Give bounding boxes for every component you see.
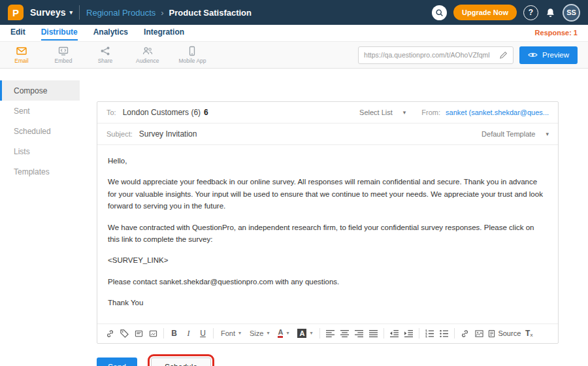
align-center-button[interactable] — [338, 327, 351, 340]
notifications-button[interactable] — [545, 7, 556, 18]
share-icon — [100, 46, 110, 56]
align-justify-button[interactable] — [367, 327, 380, 340]
survey-nav: Edit Distribute Analytics Integration Re… — [0, 25, 588, 42]
tab-distribute[interactable]: Distribute — [41, 27, 78, 41]
sidebar-item-lists[interactable]: Lists — [0, 141, 80, 161]
sidebar-item-compose[interactable]: Compose — [0, 80, 80, 101]
mobile-icon — [187, 46, 197, 56]
source-document-icon — [487, 329, 496, 338]
from-value[interactable]: sanket (sanket.shekdar@ques... — [446, 108, 549, 116]
numbered-list-button[interactable] — [423, 327, 436, 340]
outdent-icon — [390, 329, 399, 338]
topbar-divider — [79, 5, 80, 20]
bullet-list-icon — [440, 329, 448, 338]
text-color-button[interactable]: A ▾ — [274, 329, 292, 339]
pencil-icon — [499, 51, 508, 59]
survey-url-input[interactable]: https://qa.questionpro.com/t/AOhoVZfqml — [358, 46, 514, 64]
hyperlink-button[interactable] — [459, 327, 471, 340]
italic-button[interactable]: I — [182, 327, 195, 340]
indent-icon — [404, 329, 413, 338]
outdent-button[interactable] — [388, 327, 400, 340]
compose-card: To: London Customers (6) 6 Select List ▾… — [97, 101, 559, 344]
tab-analytics[interactable]: Analytics — [93, 27, 128, 39]
chevron-down-icon: ▾ — [310, 331, 312, 336]
chevron-down-icon: ▾ — [286, 331, 289, 336]
source-button[interactable]: Source — [487, 327, 521, 340]
align-center-icon — [340, 329, 349, 338]
sidebar-item-sent[interactable]: Sent — [0, 101, 80, 121]
indent-button[interactable] — [402, 327, 415, 340]
bullet-list-button[interactable] — [438, 327, 450, 340]
recipient-count-badge: 6 — [204, 108, 208, 117]
bold-button[interactable]: B — [168, 327, 180, 340]
channel-audience[interactable]: Audience — [136, 46, 159, 64]
channel-share[interactable]: Share — [94, 46, 116, 64]
insert-card-button[interactable] — [147, 327, 159, 340]
insert-link-button[interactable] — [104, 327, 116, 340]
schedule-annotation: Schedule — [148, 354, 214, 366]
chevron-down-icon: ▾ — [238, 331, 241, 336]
email-icon — [16, 46, 27, 56]
select-list-dropdown[interactable]: Select List ▾ — [359, 108, 406, 116]
breadcrumb-separator: › — [161, 8, 163, 18]
tab-integration[interactable]: Integration — [144, 27, 184, 39]
sidebar-item-templates[interactable]: Templates — [0, 161, 80, 182]
help-button[interactable]: ? — [523, 5, 538, 20]
channel-email[interactable]: Email — [10, 46, 33, 64]
tab-edit[interactable]: Edit — [10, 27, 25, 39]
toolbar-separator — [213, 328, 214, 339]
breadcrumb-current: Product Satisfaction — [169, 8, 252, 18]
subject-input[interactable]: Survey Invitation — [139, 129, 197, 139]
embed-icon — [58, 46, 69, 56]
to-value[interactable]: London Customers (6) — [123, 108, 201, 117]
from-label: From: — [421, 108, 440, 116]
subject-label: Subject: — [106, 130, 133, 138]
insert-template-button[interactable] — [133, 327, 145, 340]
size-dropdown[interactable]: Size ▾ — [246, 329, 272, 337]
top-bar: P Surveys ▾ Regional Products › Product … — [0, 0, 588, 25]
topbar-actions: Upgrade Now ? SS — [432, 4, 580, 22]
chevron-down-icon: ▾ — [69, 10, 73, 16]
schedule-button[interactable]: Schedule — [151, 358, 211, 366]
to-label: To: — [106, 108, 116, 116]
upgrade-now-button[interactable]: Upgrade Now — [453, 5, 517, 20]
email-body-editor[interactable]: Hello, We would appreciate your feedback… — [97, 145, 558, 324]
rich-text-toolbar: B I U Font ▾ Size ▾ A ▾ A ▾ — [97, 324, 558, 343]
chevron-down-icon: ▾ — [267, 331, 269, 336]
template-dropdown[interactable]: Default Template ▾ — [482, 130, 549, 138]
preview-button[interactable]: Preview — [519, 46, 578, 64]
channel-mobile-app[interactable]: Mobile App — [178, 46, 206, 64]
to-row: To: London Customers (6) 6 Select List ▾… — [97, 102, 558, 124]
search-icon — [435, 8, 444, 17]
toolbar-separator — [163, 328, 164, 339]
merge-tag-button[interactable] — [118, 327, 131, 340]
edit-url-button[interactable] — [499, 51, 508, 59]
distribute-toolbar: Email Embed Share Audience Mobile App ht… — [0, 42, 588, 69]
email-sidebar: Compose Sent Scheduled Lists Templates — [0, 69, 80, 366]
breadcrumb-parent[interactable]: Regional Products — [86, 8, 155, 18]
sidebar-item-scheduled[interactable]: Scheduled — [0, 121, 80, 141]
body-paragraph: We would appreciate your feedback in our… — [108, 176, 547, 212]
compose-main: To: London Customers (6) 6 Select List ▾… — [80, 69, 588, 366]
eye-icon — [528, 52, 538, 58]
response-count[interactable]: Response: 1 — [535, 27, 578, 37]
user-avatar[interactable]: SS — [563, 4, 580, 22]
search-button[interactable] — [432, 5, 447, 20]
align-right-button[interactable] — [353, 327, 365, 340]
channel-embed[interactable]: Embed — [52, 46, 74, 64]
image-icon — [475, 329, 483, 338]
font-dropdown[interactable]: Font ▾ — [218, 329, 244, 337]
background-color-icon: A — [297, 329, 306, 338]
align-left-icon — [326, 329, 335, 338]
app-switcher[interactable]: Surveys ▾ — [30, 7, 73, 18]
card-image-icon — [149, 329, 157, 338]
align-left-button[interactable] — [324, 327, 336, 340]
underline-button[interactable]: U — [197, 327, 209, 340]
insert-image-button[interactable] — [473, 327, 485, 340]
background-color-button[interactable]: A ▾ — [294, 329, 316, 338]
remove-format-button[interactable]: T x — [523, 327, 535, 340]
send-button[interactable]: Send — [97, 358, 137, 366]
content-area: Compose Sent Scheduled Lists Templates T… — [0, 69, 588, 366]
toolbar-separator — [454, 328, 455, 339]
channel-list: Email Embed Share Audience Mobile App — [10, 46, 206, 64]
